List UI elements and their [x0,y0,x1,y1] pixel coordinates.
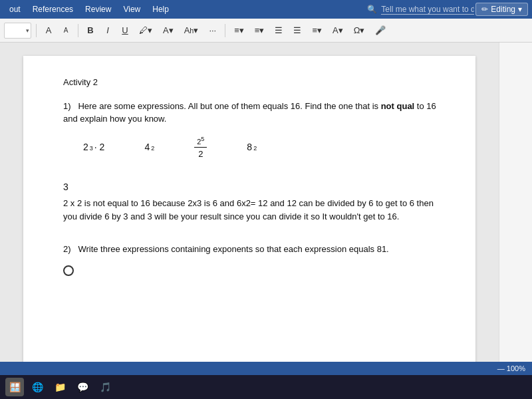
pencil-icon: ✏ [481,5,488,14]
review-button[interactable]: Ω▾ [350,23,369,37]
q1-body: Here are some expressions. All but one o… [63,101,436,124]
status-bar: — 100% [0,362,532,375]
taskbar-icon-1[interactable]: 🪟 [5,378,24,396]
menu-references[interactable]: References [27,3,78,15]
search-area: 🔍 [367,5,474,15]
search-icon: 🔍 [367,5,377,14]
menu-review[interactable]: Review [80,3,116,15]
answer-num: 3 [63,180,442,194]
dictate-button[interactable]: 🎤 [371,23,390,37]
styles-button[interactable]: A▾ [329,23,347,37]
sep1 [36,24,37,37]
expr-2: 42 [144,140,154,154]
question-2-text: 2) Write three expressions containing ex… [63,243,442,256]
q2-body: Write three expressions containing expon… [78,244,388,254]
zoom-level: 100% [507,364,525,372]
menu-view[interactable]: View [118,3,146,15]
separator-dash: — [497,364,505,372]
expr-3: 25 2 [194,135,207,161]
expr-4: 82 [247,140,257,154]
main-area: Activity 2 1) Here are some expressions.… [0,43,532,362]
answer-text: 2 x 2 is not equal to 16 because 2x3 is … [63,197,442,223]
question-1: 1) Here are some expressions. All but on… [63,100,442,161]
sep2 [78,24,78,37]
taskbar-icon-5[interactable]: 🎵 [96,378,114,396]
pen-color-button[interactable]: 🖊▾ [135,23,156,37]
q1-number: 1) [63,101,71,111]
menu-bar: out References Review View Help 🔍 ✏ Edit… [0,0,532,19]
q2-number: 2) [63,244,71,254]
toolbar: 11 ▾ A A B I U 🖊▾ A▾ Ah▾ ··· ≡▾ ≡▾ ☰ ☰ ≡… [0,19,532,43]
font-size-control[interactable]: 11 ▾ [4,23,31,39]
font-color-button[interactable]: A▾ [159,23,178,37]
taskbar-icon-3[interactable]: 📁 [51,378,69,396]
editing-label: Editing [491,5,515,14]
chevron-down-icon: ▾ [518,5,522,14]
menu-help[interactable]: Help [147,3,174,15]
document-area: Activity 2 1) Here are some expressions.… [0,43,499,362]
font-size-input[interactable]: 11 [5,26,25,35]
expressions-row: 23 · 2 42 25 2 82 [83,135,442,161]
bold-button[interactable]: B [83,23,98,37]
font-a-small-button[interactable]: A [59,25,73,36]
taskbar: 🪟 🌐 📁 💬 🎵 [0,375,532,399]
expr-1: 23 · 2 [83,140,104,154]
question-2: 2) Write three expressions containing ex… [63,243,442,276]
fraction-denominator: 2 [196,148,205,161]
italic-button[interactable]: I [100,23,115,37]
list-button[interactable]: ≡▾ [230,23,248,37]
align-center-button[interactable]: ☰ [271,23,287,37]
line-spacing-button[interactable]: ≡▾ [308,23,326,37]
highlight-button[interactable]: Ah▾ [180,23,203,37]
fraction-numerator: 25 [194,135,207,148]
taskbar-icon-2[interactable]: 🌐 [28,378,47,396]
q2-circle [63,265,74,276]
right-panel [499,43,532,362]
font-size-chevron[interactable]: ▾ [25,27,31,34]
sep3 [225,24,225,37]
taskbar-icon-4[interactable]: 💬 [73,378,92,396]
page: Activity 2 1) Here are some expressions.… [23,56,475,362]
underline-button[interactable]: U [118,23,132,37]
question-1-text: 1) Here are some expressions. All but on… [63,100,442,126]
answer-section: 3 2 x 2 is not equal to 16 because 2x3 i… [63,180,442,223]
font-size-group: 11 ▾ [4,23,31,39]
activity-title: Activity 2 [63,76,442,89]
editing-button[interactable]: ✏ Editing ▾ [475,3,528,16]
font-a-large-button[interactable]: A [41,23,56,37]
indent-list-button[interactable]: ≡▾ [251,23,269,37]
search-input[interactable] [381,5,474,15]
more-button[interactable]: ··· [205,23,220,37]
menu-out[interactable]: out [4,3,26,15]
align-right-button[interactable]: ☰ [289,23,305,37]
